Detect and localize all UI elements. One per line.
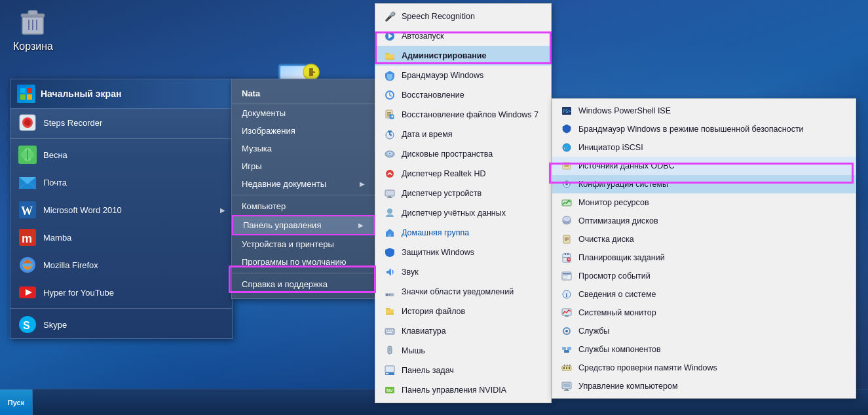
col3-item-speech[interactable]: 🎤 Speech Recognition bbox=[375, 7, 551, 26]
steps-recorder-icon bbox=[17, 112, 38, 133]
col4-item-powershell[interactable]: PS> Windows PowerShell ISE bbox=[552, 102, 856, 120]
menu-col2-images[interactable]: Изображения bbox=[232, 122, 375, 140]
col4-item-firewall-adv[interactable]: Брандмауэр Windows в режиме повышенной б… bbox=[552, 120, 856, 138]
col3-item-file-history[interactable]: История файлов bbox=[375, 302, 551, 321]
svg-text:S: S bbox=[23, 320, 30, 331]
services-icon bbox=[560, 325, 573, 338]
col4-item-resource-monitor[interactable]: Монитор ресурсов bbox=[552, 193, 856, 212]
pochta-icon bbox=[17, 172, 38, 193]
menu-col2-default-programs[interactable]: Программы по умолчанию bbox=[232, 253, 375, 271]
col4-item-event-viewer[interactable]: Просмотр событий bbox=[552, 267, 856, 285]
col4-item-sysconfig[interactable]: Конфигурация системы bbox=[552, 175, 856, 193]
svg-rect-61 bbox=[388, 234, 391, 237]
svg-rect-99 bbox=[565, 253, 566, 255]
col4-item-memory-check[interactable]: Средство проверки памяти Windows bbox=[552, 359, 856, 377]
recycle-bin-label: Корзина bbox=[13, 41, 53, 52]
menu-col2-help[interactable]: Справка и поддержка bbox=[232, 275, 375, 293]
hyper-icon bbox=[17, 282, 38, 303]
col4-item-odbc[interactable]: Источники данных ODBC bbox=[552, 157, 856, 175]
col3-item-recovery-files[interactable]: Восстановление файлов Windows 7 bbox=[375, 105, 551, 125]
start-menu-item-mamba-label: Mamba bbox=[43, 233, 71, 243]
svg-rect-58 bbox=[388, 196, 391, 197]
col3-item-nvidia[interactable]: NV Панель управления NVIDIA bbox=[375, 380, 551, 400]
col3-item-taskbar[interactable]: Панель задач bbox=[375, 361, 551, 380]
menu-col2-recent[interactable]: Недавние документы ▶ bbox=[232, 175, 375, 193]
start-icon bbox=[17, 85, 35, 103]
vesna-icon bbox=[17, 144, 38, 165]
word-arrow-icon: ▶ bbox=[220, 207, 225, 214]
start-menu-item-vesna[interactable]: Весна bbox=[10, 141, 232, 168]
col3-item-credentials[interactable]: Диспетчер учётных данных bbox=[375, 203, 551, 223]
svg-rect-69 bbox=[390, 330, 391, 331]
start-menu-item-skype[interactable]: S Skype bbox=[10, 311, 232, 338]
col3-item-admin[interactable]: Администрирование bbox=[375, 46, 551, 66]
menu-col2-music[interactable]: Музыка bbox=[232, 140, 375, 157]
recent-arrow-icon: ▶ bbox=[360, 180, 365, 188]
svg-rect-119 bbox=[567, 347, 571, 350]
control-panel-arrow-icon: ▶ bbox=[358, 222, 364, 229]
col4-item-sysmonitor[interactable]: Системный монитор bbox=[552, 304, 856, 322]
col4-item-services[interactable]: Службы bbox=[552, 322, 856, 340]
disk-spaces-icon bbox=[383, 148, 396, 161]
notif-icons-icon bbox=[383, 285, 396, 298]
col3-item-firewall[interactable]: Брандмауэр Windows bbox=[375, 66, 551, 85]
svg-rect-126 bbox=[567, 365, 568, 366]
speech-icon: 🎤 bbox=[383, 10, 396, 23]
col3-item-homegroup[interactable]: Домашняя группа bbox=[375, 223, 551, 243]
mouse-icon bbox=[383, 344, 396, 357]
sound-icon bbox=[383, 266, 396, 279]
autorun-icon bbox=[383, 30, 396, 43]
svg-point-93 bbox=[563, 216, 571, 222]
word-icon: W bbox=[17, 199, 38, 220]
disk-cleanup-icon bbox=[560, 233, 573, 246]
col4-item-component-services[interactable]: Службы компонентов bbox=[552, 340, 856, 359]
recovery-icon bbox=[383, 89, 396, 102]
task-scheduler-icon bbox=[560, 251, 573, 264]
svg-rect-88 bbox=[563, 184, 564, 185]
col3-item-datetime[interactable]: Дата и время bbox=[375, 125, 551, 144]
start-menu-item-pochta[interactable]: Почта bbox=[10, 168, 232, 196]
col4-item-iscsi[interactable]: i Инициатор iSCSI bbox=[552, 138, 856, 157]
start-menu-item-steps-recorder-label: Steps Recorder bbox=[43, 118, 102, 128]
svg-rect-2 bbox=[28, 10, 37, 15]
svg-point-55 bbox=[389, 153, 390, 154]
start-menu-header: Начальный экран bbox=[10, 79, 232, 109]
recycle-bin-icon[interactable]: Корзина bbox=[13, 7, 53, 52]
col3-item-notif-icons[interactable]: Значки области уведомлений bbox=[375, 282, 551, 302]
col3-item-recovery[interactable]: Восстановление bbox=[375, 85, 551, 105]
menu-col2-documents[interactable]: Документы bbox=[232, 104, 375, 122]
col3-item-autorun[interactable]: Автозапуск bbox=[375, 26, 551, 46]
start-menu-item-firefox[interactable]: Mozilla Firefox bbox=[10, 251, 232, 279]
sysinfo-icon: i bbox=[560, 288, 573, 301]
col3-item-sound[interactable]: Звук bbox=[375, 262, 551, 282]
col4-item-disk-optimizer[interactable]: Оптимизация дисков bbox=[552, 212, 856, 230]
svg-rect-65 bbox=[391, 294, 393, 296]
start-menu-item-word[interactable]: W Microsoft Word 2010 ▶ bbox=[10, 196, 232, 224]
col3-item-keyboard[interactable]: Клавиатура bbox=[375, 321, 551, 341]
col3-item-disk-spaces[interactable]: Дисковые пространства bbox=[375, 144, 551, 164]
start-button[interactable]: Пуск bbox=[0, 389, 33, 416]
svg-rect-106 bbox=[563, 273, 571, 275]
col4-item-task-scheduler[interactable]: Планировщик заданий bbox=[552, 248, 856, 267]
col3-item-realtek[interactable]: Диспетчер Realtek HD bbox=[375, 164, 551, 184]
col3-control-panel: 🎤 Speech Recognition Автозапуск Админист… bbox=[375, 3, 552, 403]
col4-item-computer-mgmt[interactable]: Управление компьютером bbox=[552, 377, 856, 395]
svg-rect-113 bbox=[565, 315, 569, 317]
menu-col2-games[interactable]: Игры bbox=[232, 157, 375, 175]
mamba-icon: m bbox=[17, 227, 38, 248]
col3-item-device-manager[interactable]: Диспетчер устройств bbox=[375, 184, 551, 203]
taskbar-icon-sm bbox=[383, 364, 396, 377]
svg-rect-108 bbox=[563, 277, 569, 277]
start-menu-item-mamba[interactable]: m Mamba bbox=[10, 224, 232, 251]
start-menu-item-steps-recorder[interactable]: Steps Recorder bbox=[10, 109, 232, 136]
svg-rect-63 bbox=[386, 294, 388, 296]
col3-item-mouse[interactable]: Мышь bbox=[375, 341, 551, 361]
start-menu-item-hyper[interactable]: Hyper for YouTube bbox=[10, 279, 232, 306]
col4-item-sysinfo[interactable]: i Сведения о системе bbox=[552, 285, 856, 304]
menu-col2-devices[interactable]: Устройства и принтеры bbox=[232, 235, 375, 253]
col3-item-defender[interactable]: Защитник Windows bbox=[375, 243, 551, 262]
menu-col2-computer[interactable]: Компьютер bbox=[232, 197, 375, 215]
col4-item-disk-cleanup[interactable]: Очистка диска bbox=[552, 230, 856, 248]
svg-rect-118 bbox=[562, 347, 566, 350]
menu-col2-control-panel[interactable]: Панель управления ▶ bbox=[232, 215, 375, 235]
